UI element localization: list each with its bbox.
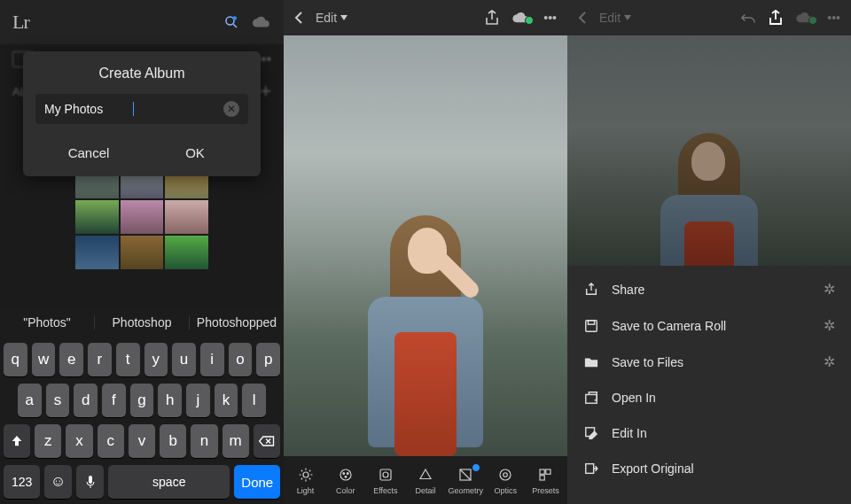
tool-effects[interactable]: Effects — [365, 466, 405, 495]
modal-title: Create Album — [35, 66, 248, 81]
thumb[interactable] — [75, 236, 119, 269]
gear-icon[interactable]: ✲ — [824, 353, 835, 370]
key-o[interactable]: o — [229, 343, 253, 376]
keyboard: "Photos" Photoshop Photoshopped q w e r … — [0, 306, 284, 504]
search-icon[interactable] — [223, 14, 239, 30]
back-icon[interactable] — [294, 11, 303, 25]
menu-edit-in[interactable]: Edit In — [567, 415, 851, 451]
key-done[interactable]: Done — [234, 465, 280, 499]
light-icon — [297, 466, 315, 484]
tool-presets[interactable]: Presets — [526, 466, 566, 495]
key-p[interactable]: p — [256, 343, 280, 376]
key-s[interactable]: s — [46, 384, 70, 417]
share-icon[interactable] — [485, 10, 499, 26]
menu-save-files[interactable]: Save to Files ✲ — [567, 344, 851, 380]
edit-dropdown[interactable]: Edit — [599, 11, 631, 25]
photo-preview[interactable] — [284, 35, 567, 456]
suggestion[interactable]: Photoshop — [95, 315, 190, 330]
thumb[interactable] — [121, 236, 164, 269]
svg-point-16 — [504, 472, 508, 477]
undo-icon[interactable] — [740, 12, 756, 24]
optics-icon — [496, 466, 514, 484]
menu-camera-roll[interactable]: Save to Camera Roll ✲ — [567, 307, 851, 344]
key-z[interactable]: z — [35, 424, 61, 458]
key-r[interactable]: r — [88, 343, 112, 376]
edit-dropdown[interactable]: Edit — [316, 11, 347, 25]
album-name-input[interactable]: My Photos — [44, 102, 134, 116]
panel2-topbar: Edit ••• — [284, 0, 567, 35]
key-b[interactable]: b — [160, 424, 186, 458]
key-shift[interactable] — [4, 424, 30, 458]
tool-color[interactable]: Color — [325, 466, 365, 495]
gear-icon[interactable]: ✲ — [824, 281, 835, 298]
panel1-topbar: Lr — [0, 0, 284, 44]
cancel-button[interactable]: Cancel — [35, 136, 142, 169]
suggestion[interactable]: "Photos" — [0, 315, 95, 330]
thumb[interactable] — [121, 200, 164, 234]
cloud-sync-icon[interactable] — [795, 12, 815, 24]
cloud-sync-icon[interactable] — [511, 12, 531, 24]
key-t[interactable]: t — [116, 343, 140, 376]
menu-open-in[interactable]: Open In — [567, 380, 851, 415]
svg-rect-5 — [89, 476, 92, 484]
share-icon[interactable] — [769, 10, 783, 26]
key-d[interactable]: d — [74, 384, 98, 417]
key-backspace[interactable] — [254, 424, 280, 458]
tool-light[interactable]: Light — [285, 466, 325, 495]
key-e[interactable]: e — [59, 343, 83, 376]
key-y[interactable]: y — [144, 343, 168, 376]
cloud-icon[interactable] — [252, 15, 271, 29]
key-h[interactable]: h — [158, 384, 182, 417]
key-l[interactable]: l — [242, 384, 266, 417]
menu-export-original[interactable]: Export Original — [567, 451, 851, 486]
key-i[interactable]: i — [200, 343, 224, 376]
svg-rect-21 — [588, 320, 594, 323]
more-icon[interactable]: ••• — [827, 11, 840, 25]
svg-rect-19 — [540, 475, 544, 479]
library-panel: Lr All Photos ••• ALL + Create Album My … — [0, 0, 284, 504]
key-emoji[interactable]: ☺ — [44, 465, 72, 499]
thumb[interactable] — [165, 236, 208, 269]
color-icon — [337, 466, 355, 484]
key-w[interactable]: w — [32, 343, 56, 376]
more-icon[interactable]: ••• — [543, 11, 557, 25]
key-q[interactable]: q — [4, 343, 27, 376]
key-m[interactable]: m — [223, 424, 249, 458]
folder-icon — [583, 354, 599, 370]
key-space[interactable]: space — [108, 465, 230, 499]
back-icon[interactable] — [578, 11, 587, 25]
thumb[interactable] — [75, 200, 119, 234]
key-c[interactable]: c — [98, 424, 124, 458]
key-mic[interactable] — [76, 465, 104, 499]
svg-point-2 — [233, 16, 238, 20]
key-n[interactable]: n — [191, 424, 217, 458]
thumb[interactable] — [165, 200, 208, 234]
edit-label: Edit — [316, 11, 337, 25]
suggestion[interactable]: Photoshopped — [190, 315, 284, 330]
album-name-field[interactable]: My Photos ✕ — [35, 94, 248, 124]
presets-icon — [536, 466, 554, 484]
gear-icon[interactable]: ✲ — [824, 317, 835, 334]
tool-geometry[interactable]: Geometry — [446, 466, 486, 495]
key-u[interactable]: u — [172, 343, 196, 376]
share-menu: Share ✲ Save to Camera Roll ✲ Save to Fi… — [567, 266, 851, 504]
key-f[interactable]: f — [102, 384, 126, 417]
key-v[interactable]: v — [129, 424, 155, 458]
key-j[interactable]: j — [186, 384, 210, 417]
tool-detail[interactable]: Detail — [405, 466, 445, 495]
add-icon[interactable]: + — [260, 80, 271, 103]
key-a[interactable]: a — [18, 384, 42, 417]
clear-input-icon[interactable]: ✕ — [223, 101, 239, 117]
svg-point-9 — [347, 472, 348, 474]
svg-rect-24 — [586, 464, 594, 474]
svg-rect-11 — [380, 469, 391, 480]
ok-button[interactable]: OK — [142, 136, 248, 169]
key-numeric[interactable]: 123 — [4, 465, 40, 499]
key-x[interactable]: x — [66, 424, 92, 458]
menu-share[interactable]: Share ✲ — [567, 271, 851, 307]
key-k[interactable]: k — [215, 384, 238, 417]
tool-optics[interactable]: Optics — [486, 466, 526, 495]
text-caret — [133, 102, 134, 116]
key-g[interactable]: g — [130, 384, 154, 417]
svg-line-14 — [460, 469, 471, 480]
